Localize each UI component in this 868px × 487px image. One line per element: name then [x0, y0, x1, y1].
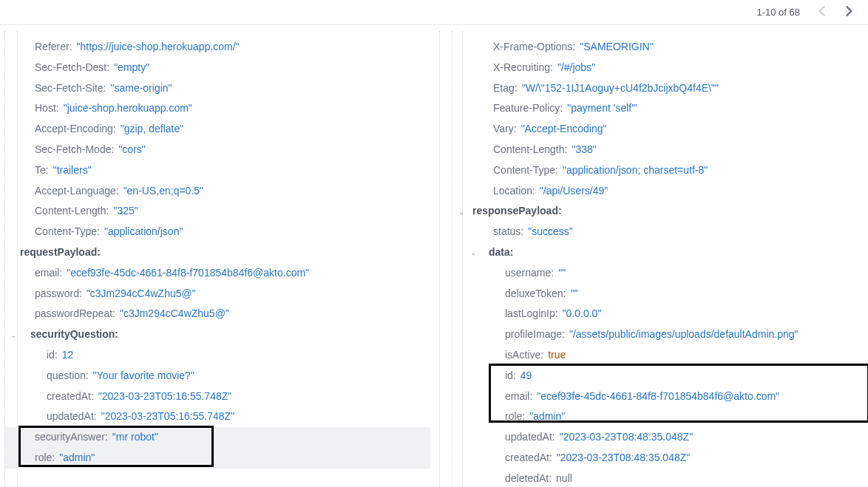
right-header-3-row: Feature-Policy:"payment 'self'" — [440, 98, 865, 119]
right-header-2-key: Etag: — [493, 80, 518, 98]
chevron-down-icon[interactable]: ⌄ — [8, 329, 18, 341]
right-data1-2-key: lastLoginIp: — [505, 305, 558, 323]
right-data1-1-row: deluxeToken:"" — [440, 284, 865, 304]
right-data1-3-key: profileImage: — [505, 326, 565, 344]
right-data1-3-value: "/assets/public/images/uploads/defaultAd… — [569, 326, 799, 344]
right-header-4-row: Vary:"Accept-Encoding" — [440, 119, 865, 140]
security-question-3-value: "2023-03-23T05:16:55.748Z" — [101, 408, 234, 426]
left-payload-1-value: "c3Jm294cC4wZhu5@" — [87, 285, 196, 303]
prev-page-button[interactable] — [818, 6, 825, 18]
right-data1-0-key: username: — [505, 265, 554, 282]
pagination-text: 1-10 of 68 — [756, 7, 800, 18]
right-boxed-0-key: id: — [505, 367, 516, 385]
left-header-0-key: Referer: — [35, 38, 72, 56]
left-header-5-key: Sec-Fetch-Mode: — [35, 141, 114, 159]
right-header-1-value: "/#/jobs" — [557, 59, 595, 77]
left-header-4-value: "gzip, deflate" — [121, 120, 183, 138]
right-data1-2-row: lastLoginIp:"0.0.0.0" — [440, 304, 865, 324]
left-header-9-row: Content-Type:"application/json" — [5, 222, 430, 242]
right-data1-4-value: true — [548, 347, 566, 364]
left-header-2-key: Sec-Fetch-Site: — [35, 80, 106, 98]
right-header-6-key: Content-Type: — [493, 162, 558, 180]
right-boxed-2-row: role:"admin" — [440, 406, 865, 427]
left-header-5-row: Sec-Fetch-Mode:"cors" — [5, 140, 430, 160]
left-header-7-row: Accept-Language:"en-US,en;q=0.5" — [5, 181, 430, 202]
right-data1-4-key: isActive: — [505, 347, 543, 364]
security-question-1-row: question:"Your favorite movie?" — [5, 366, 430, 386]
left-payload-1-row: password:"c3Jm294cC4wZhu5@" — [5, 284, 430, 304]
left-header-0-row: Referer:"https://juice-shop.herokuapp.co… — [5, 37, 430, 58]
right-data1-2-value: "0.0.0.0" — [563, 305, 602, 323]
right-header-5-row: Content-Length:"338" — [440, 140, 865, 160]
left-header-3-value: "juice-shop.herokuapp.com" — [64, 100, 192, 118]
right-data1-4-row: isActive:true — [440, 345, 865, 366]
right-header-0-row: X-Frame-Options:"SAMEORIGIN" — [440, 37, 865, 58]
security-question-0-key: id: — [47, 347, 58, 364]
right-boxed-1-row: email:"ecef93fe-45dc-4661-84f8-f701854b8… — [440, 386, 865, 407]
left-header-6-row: Te:"trailers" — [5, 160, 430, 181]
chevron-down-icon[interactable]: ⌄ — [468, 246, 478, 259]
right-header-1-row: X-Recruiting:"/#/jobs" — [440, 58, 865, 78]
security-question-1-value: "Your favorite movie?" — [93, 367, 194, 385]
left-header-6-value: "trailers" — [53, 162, 92, 180]
data-columns: Referer:"https://juice-shop.herokuapp.co… — [0, 25, 868, 487]
security-question-label: securityQuestion: — [30, 326, 118, 344]
right-header-0-value: "SAMEORIGIN" — [580, 38, 653, 56]
right-data2-0-key: updatedAt: — [505, 429, 555, 446]
left-header-3-key: Host: — [35, 100, 59, 118]
security-question-0-row: id:12 — [5, 345, 430, 366]
right-data1-3-row: profileImage:"/assets/public/images/uplo… — [440, 324, 865, 345]
left-header-2-row: Sec-Fetch-Site:"same-origin" — [5, 78, 430, 99]
left-header-3-row: Host:"juice-shop.herokuapp.com" — [5, 98, 430, 119]
security-question-1-key: question: — [47, 367, 89, 385]
left-header-8-key: Content-Length: — [35, 202, 109, 220]
response-column: X-Frame-Options:"SAMEORIGIN"X-Recruiting… — [439, 31, 865, 487]
security-answer-key: securityAnswer: — [35, 429, 108, 446]
right-boxed-0-value: 49 — [521, 367, 532, 385]
right-header-1-key: X-Recruiting: — [493, 59, 553, 77]
left-payload-1-key: password: — [35, 285, 82, 303]
right-header-7-key: Location: — [493, 183, 535, 200]
left-header-9-value: "application/json" — [104, 223, 183, 241]
request-column: Referer:"https://juice-shop.herokuapp.co… — [4, 31, 430, 487]
right-header-4-value: "Accept-Encoding" — [521, 120, 607, 138]
right-data2-1-value: "2023-03-23T08:48:35.048Z" — [557, 449, 690, 467]
data-label: data: — [489, 244, 513, 262]
left-payload-0-value: "ecef93fe-45dc-4661-84f8-f701854b84f6@ak… — [67, 265, 309, 282]
security-question-0-value: 12 — [62, 347, 74, 364]
right-data1-0-value: "" — [558, 265, 566, 282]
right-header-4-key: Vary: — [493, 120, 517, 138]
right-header-3-value: "payment 'self'" — [567, 100, 637, 118]
left-payload-2-value: "c3Jm294cC4wZhu5@" — [120, 305, 229, 323]
response-payload-section: ⌄ responsePayload: — [440, 201, 865, 222]
right-header-0-key: X-Frame-Options: — [493, 38, 575, 56]
right-data2-2-key: deletedAt: — [505, 470, 552, 487]
right-boxed-2-key: role: — [505, 408, 525, 426]
right-data1-0-row: username:"" — [440, 263, 865, 284]
status-value: "success" — [528, 223, 573, 241]
left-payload-0-row: email:"ecef93fe-45dc-4661-84f8-f701854b8… — [5, 263, 430, 284]
right-data2-2-value: null — [556, 470, 572, 487]
security-question-3-row: updatedAt:"2023-03-23T05:16:55.748Z" — [5, 406, 430, 427]
right-header-6-value: "application/json; charset=utf-8" — [563, 162, 708, 180]
left-header-7-key: Accept-Language: — [35, 183, 119, 200]
right-header-6-row: Content-Type:"application/json; charset=… — [440, 160, 865, 181]
status-key: status: — [493, 223, 523, 241]
right-boxed-2-value: "admin" — [529, 408, 565, 426]
left-header-6-key: Te: — [35, 162, 49, 180]
next-page-button[interactable] — [846, 6, 853, 18]
left-header-8-value: "325" — [113, 202, 138, 220]
right-header-2-row: Etag:"W/\"152-1IJ1Aoguy+cU4f2bJcijxbQ4f4… — [440, 78, 865, 99]
security-answer-row: securityAnswer: "mr robot" — [5, 427, 430, 448]
role-key: role: — [35, 449, 55, 467]
right-boxed-1-value: "ecef93fe-45dc-4661-84f8-f701854b84f6@ak… — [537, 388, 779, 406]
request-payload-section: requestPayload: — [5, 242, 430, 263]
chevron-down-icon[interactable]: ⌄ — [456, 205, 467, 218]
right-data1-1-value: "" — [571, 285, 578, 303]
left-payload-2-key: passwordRepeat: — [35, 305, 115, 323]
data-section: ⌄ data: — [440, 242, 865, 263]
left-header-9-key: Content-Type: — [35, 223, 100, 241]
left-header-1-key: Sec-Fetch-Dest: — [35, 59, 109, 77]
right-header-7-value: "/api/Users/49" — [540, 183, 608, 200]
left-header-5-value: "cors" — [118, 141, 145, 159]
